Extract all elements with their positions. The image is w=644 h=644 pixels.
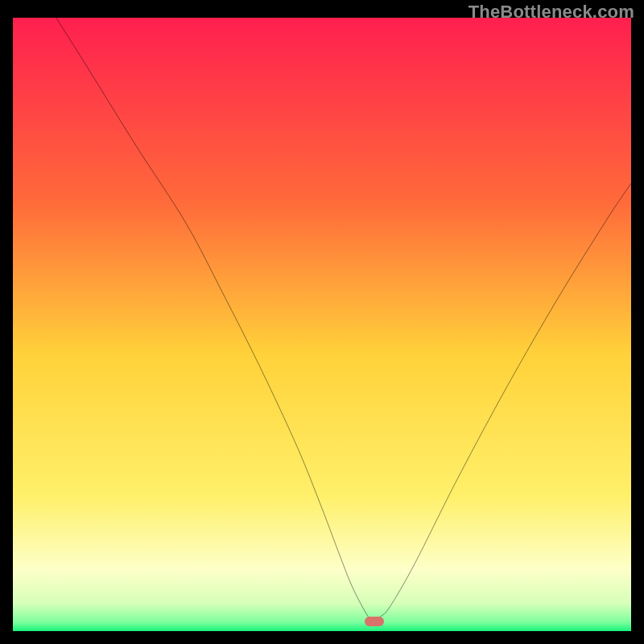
optimal-marker <box>365 617 384 626</box>
chart-frame: TheBottleneck.com <box>0 0 644 644</box>
plot-area <box>13 18 631 631</box>
bottleneck-curve <box>13 18 631 631</box>
